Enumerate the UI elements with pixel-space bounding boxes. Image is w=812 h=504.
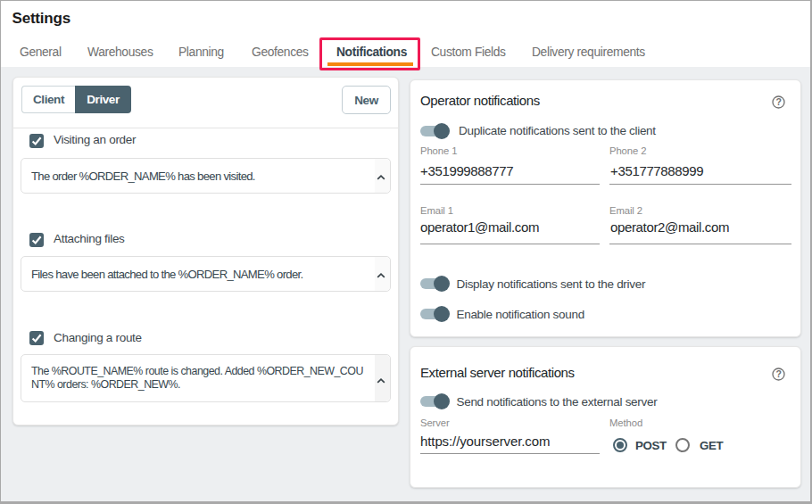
- svg-text:?: ?: [775, 368, 781, 379]
- svg-text:?: ?: [775, 96, 781, 107]
